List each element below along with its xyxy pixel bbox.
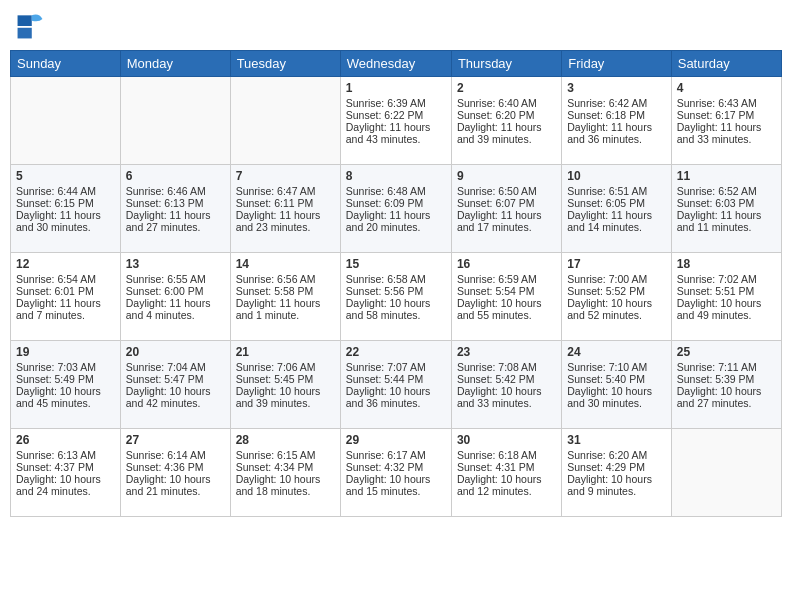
weekday-header: Wednesday bbox=[340, 51, 451, 77]
day-info: Sunrise: 6:15 AM bbox=[236, 449, 335, 461]
day-info: Sunrise: 6:44 AM bbox=[16, 185, 115, 197]
day-info: and 39 minutes. bbox=[457, 133, 556, 145]
day-info: Sunrise: 6:42 AM bbox=[567, 97, 665, 109]
day-info: Sunrise: 7:10 AM bbox=[567, 361, 665, 373]
day-info: Sunrise: 6:40 AM bbox=[457, 97, 556, 109]
day-number: 24 bbox=[567, 345, 665, 359]
day-info: Daylight: 10 hours bbox=[567, 473, 665, 485]
calendar-cell: 10Sunrise: 6:51 AMSunset: 6:05 PMDayligh… bbox=[562, 165, 671, 253]
day-info: Sunset: 4:29 PM bbox=[567, 461, 665, 473]
day-info: Daylight: 10 hours bbox=[346, 385, 446, 397]
day-number: 4 bbox=[677, 81, 776, 95]
day-number: 5 bbox=[16, 169, 115, 183]
weekday-header: Thursday bbox=[451, 51, 561, 77]
day-info: and 4 minutes. bbox=[126, 309, 225, 321]
day-info: Sunset: 4:34 PM bbox=[236, 461, 335, 473]
day-info: and 30 minutes. bbox=[567, 397, 665, 409]
week-row: 19Sunrise: 7:03 AMSunset: 5:49 PMDayligh… bbox=[11, 341, 782, 429]
day-info: Sunset: 5:58 PM bbox=[236, 285, 335, 297]
calendar-cell: 4Sunrise: 6:43 AMSunset: 6:17 PMDaylight… bbox=[671, 77, 781, 165]
day-info: Daylight: 10 hours bbox=[126, 385, 225, 397]
day-info: Sunrise: 7:02 AM bbox=[677, 273, 776, 285]
day-info: Sunset: 5:44 PM bbox=[346, 373, 446, 385]
day-info: Daylight: 10 hours bbox=[16, 385, 115, 397]
logo-icon bbox=[14, 10, 46, 42]
day-info: and 9 minutes. bbox=[567, 485, 665, 497]
day-info: Daylight: 11 hours bbox=[457, 121, 556, 133]
day-info: Sunset: 6:13 PM bbox=[126, 197, 225, 209]
day-number: 14 bbox=[236, 257, 335, 271]
calendar-cell: 30Sunrise: 6:18 AMSunset: 4:31 PMDayligh… bbox=[451, 429, 561, 517]
day-info: and 14 minutes. bbox=[567, 221, 665, 233]
calendar-cell bbox=[11, 77, 121, 165]
day-info: Sunset: 4:36 PM bbox=[126, 461, 225, 473]
day-number: 30 bbox=[457, 433, 556, 447]
calendar-cell: 12Sunrise: 6:54 AMSunset: 6:01 PMDayligh… bbox=[11, 253, 121, 341]
calendar-cell: 28Sunrise: 6:15 AMSunset: 4:34 PMDayligh… bbox=[230, 429, 340, 517]
day-info: and 21 minutes. bbox=[126, 485, 225, 497]
weekday-header: Tuesday bbox=[230, 51, 340, 77]
day-info: and 33 minutes. bbox=[457, 397, 556, 409]
day-info: and 7 minutes. bbox=[16, 309, 115, 321]
calendar-cell bbox=[230, 77, 340, 165]
day-info: Sunset: 6:09 PM bbox=[346, 197, 446, 209]
day-info: and 58 minutes. bbox=[346, 309, 446, 321]
calendar-cell: 26Sunrise: 6:13 AMSunset: 4:37 PMDayligh… bbox=[11, 429, 121, 517]
day-number: 23 bbox=[457, 345, 556, 359]
day-info: and 27 minutes. bbox=[126, 221, 225, 233]
day-info: Daylight: 11 hours bbox=[677, 209, 776, 221]
day-info: Sunset: 6:22 PM bbox=[346, 109, 446, 121]
day-info: Daylight: 10 hours bbox=[457, 297, 556, 309]
day-info: and 15 minutes. bbox=[346, 485, 446, 497]
day-info: and 39 minutes. bbox=[236, 397, 335, 409]
day-number: 8 bbox=[346, 169, 446, 183]
day-info: Sunrise: 7:03 AM bbox=[16, 361, 115, 373]
day-info: Sunset: 5:49 PM bbox=[16, 373, 115, 385]
day-info: Sunrise: 7:00 AM bbox=[567, 273, 665, 285]
day-info: and 45 minutes. bbox=[16, 397, 115, 409]
day-info: Sunset: 5:47 PM bbox=[126, 373, 225, 385]
calendar-cell: 15Sunrise: 6:58 AMSunset: 5:56 PMDayligh… bbox=[340, 253, 451, 341]
day-info: Sunset: 6:17 PM bbox=[677, 109, 776, 121]
day-number: 18 bbox=[677, 257, 776, 271]
calendar-cell: 5Sunrise: 6:44 AMSunset: 6:15 PMDaylight… bbox=[11, 165, 121, 253]
day-info: Daylight: 10 hours bbox=[457, 385, 556, 397]
calendar-cell: 17Sunrise: 7:00 AMSunset: 5:52 PMDayligh… bbox=[562, 253, 671, 341]
day-info: Sunset: 5:56 PM bbox=[346, 285, 446, 297]
weekday-header-row: SundayMondayTuesdayWednesdayThursdayFrid… bbox=[11, 51, 782, 77]
day-number: 9 bbox=[457, 169, 556, 183]
calendar-cell: 3Sunrise: 6:42 AMSunset: 6:18 PMDaylight… bbox=[562, 77, 671, 165]
day-info: Sunset: 6:00 PM bbox=[126, 285, 225, 297]
day-info: Sunrise: 6:43 AM bbox=[677, 97, 776, 109]
day-number: 21 bbox=[236, 345, 335, 359]
day-number: 28 bbox=[236, 433, 335, 447]
day-number: 7 bbox=[236, 169, 335, 183]
day-info: Sunrise: 6:20 AM bbox=[567, 449, 665, 461]
day-info: Sunrise: 6:13 AM bbox=[16, 449, 115, 461]
day-number: 22 bbox=[346, 345, 446, 359]
day-number: 20 bbox=[126, 345, 225, 359]
day-info: Sunrise: 6:46 AM bbox=[126, 185, 225, 197]
day-number: 31 bbox=[567, 433, 665, 447]
day-info: Sunset: 5:45 PM bbox=[236, 373, 335, 385]
weekday-header: Friday bbox=[562, 51, 671, 77]
day-info: Sunset: 5:39 PM bbox=[677, 373, 776, 385]
day-info: Sunset: 6:07 PM bbox=[457, 197, 556, 209]
day-info: Sunrise: 6:51 AM bbox=[567, 185, 665, 197]
day-info: Sunset: 5:51 PM bbox=[677, 285, 776, 297]
day-info: and 12 minutes. bbox=[457, 485, 556, 497]
day-info: Sunrise: 6:54 AM bbox=[16, 273, 115, 285]
calendar-cell: 21Sunrise: 7:06 AMSunset: 5:45 PMDayligh… bbox=[230, 341, 340, 429]
day-number: 1 bbox=[346, 81, 446, 95]
day-info: Daylight: 10 hours bbox=[346, 473, 446, 485]
day-info: and 11 minutes. bbox=[677, 221, 776, 233]
day-info: and 36 minutes. bbox=[567, 133, 665, 145]
calendar-cell: 23Sunrise: 7:08 AMSunset: 5:42 PMDayligh… bbox=[451, 341, 561, 429]
day-info: Daylight: 10 hours bbox=[567, 385, 665, 397]
day-info: Daylight: 10 hours bbox=[346, 297, 446, 309]
day-info: Sunset: 5:42 PM bbox=[457, 373, 556, 385]
day-info: Daylight: 11 hours bbox=[126, 297, 225, 309]
day-info: Daylight: 11 hours bbox=[677, 121, 776, 133]
day-number: 6 bbox=[126, 169, 225, 183]
day-number: 17 bbox=[567, 257, 665, 271]
